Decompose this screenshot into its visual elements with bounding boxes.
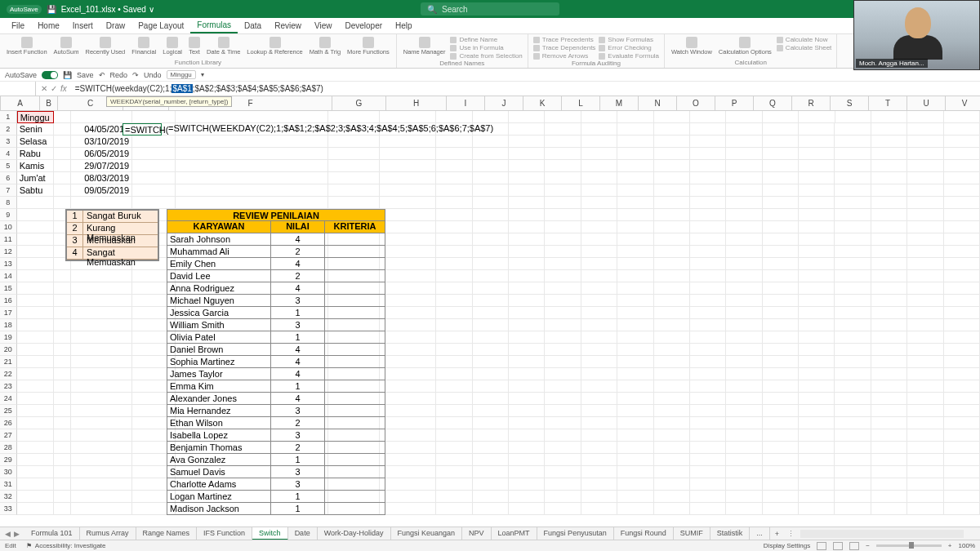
cell-H24[interactable] [380, 393, 437, 405]
cell-S6[interactable] [799, 172, 835, 184]
col-header-Q[interactable]: Q [754, 96, 792, 110]
cell-P28[interactable] [690, 442, 726, 454]
cell-C30[interactable] [71, 466, 132, 478]
cell-L5[interactable] [545, 160, 581, 172]
cell-Q24[interactable] [726, 393, 762, 405]
cell-R9[interactable] [763, 209, 799, 221]
zoom-slider[interactable] [876, 544, 942, 547]
cell-W6[interactable] [944, 172, 980, 184]
cell-I32[interactable] [436, 491, 472, 503]
table-row[interactable]: Madison Jackson1 [167, 503, 385, 515]
financial-button[interactable]: Financial [130, 36, 158, 56]
cell-M9[interactable] [581, 209, 617, 221]
cell-M24[interactable] [581, 393, 617, 405]
cell-H21[interactable] [380, 356, 437, 368]
sheet-tab-npv[interactable]: NPV [462, 527, 492, 540]
row-header-2[interactable]: 2 [0, 123, 17, 136]
cell-L13[interactable] [545, 258, 581, 270]
row-header-31[interactable]: 31 [0, 478, 17, 491]
cell-S12[interactable] [799, 246, 835, 258]
cell-B23[interactable] [54, 380, 71, 393]
cell-I29[interactable] [436, 454, 472, 466]
cell-J14[interactable] [473, 270, 509, 282]
cell-B8[interactable] [54, 197, 71, 209]
cell-L10[interactable] [545, 221, 581, 233]
cell-U20[interactable] [871, 344, 907, 356]
cell-C17[interactable] [71, 307, 132, 319]
cell-W1[interactable] [944, 111, 980, 123]
cell-J26[interactable] [473, 417, 509, 429]
cell-Q28[interactable] [726, 442, 762, 454]
cell-W13[interactable] [944, 258, 980, 270]
cell-M32[interactable] [581, 491, 617, 503]
cell-P2[interactable] [690, 123, 726, 136]
cell-Q1[interactable] [726, 111, 762, 123]
cell-C27[interactable] [71, 429, 132, 442]
cell-O13[interactable] [654, 258, 690, 270]
cell-P33[interactable] [690, 503, 726, 515]
cell-S26[interactable] [799, 417, 835, 429]
cell-T15[interactable] [835, 282, 871, 295]
cell-F7[interactable] [176, 184, 328, 197]
table-row[interactable]: Charlotte Adams3 [167, 478, 385, 491]
cell-R8[interactable] [763, 197, 799, 209]
cell-N19[interactable] [617, 331, 653, 344]
cell-A4[interactable]: Rabu [17, 148, 54, 160]
cell-P4[interactable] [690, 148, 726, 160]
cell-W30[interactable] [944, 466, 980, 478]
cell-N23[interactable] [617, 380, 653, 393]
table-row[interactable]: Daniel Brown4 [167, 344, 385, 356]
sheet-tab-switch[interactable]: Switch [252, 527, 288, 540]
cell-M23[interactable] [581, 380, 617, 393]
cell-Q27[interactable] [726, 429, 762, 442]
cell-I24[interactable] [436, 393, 472, 405]
cell-K21[interactable] [509, 356, 545, 368]
cell-W22[interactable] [944, 368, 980, 380]
cell-B30[interactable] [54, 466, 71, 478]
cell-H7[interactable] [380, 184, 437, 197]
cell-S24[interactable] [799, 393, 835, 405]
cell-S2[interactable] [799, 123, 835, 136]
cell-U32[interactable] [871, 491, 907, 503]
row-header-1[interactable]: 1 [0, 111, 17, 123]
cell-W25[interactable] [944, 405, 980, 417]
cell-K14[interactable] [509, 270, 545, 282]
cell-T26[interactable] [835, 417, 871, 429]
cell-J31[interactable] [473, 478, 509, 491]
cell-C1[interactable] [71, 111, 132, 123]
cell-B33[interactable] [54, 503, 71, 515]
cell-O32[interactable] [654, 491, 690, 503]
cell-V6[interactable] [907, 172, 943, 184]
autosave-pill[interactable]: AutoSave [7, 5, 42, 14]
cell-A3[interactable]: Selasa [17, 136, 54, 148]
menu-view[interactable]: View [308, 19, 339, 33]
row-header-21[interactable]: 21 [0, 356, 17, 368]
row-header-20[interactable]: 20 [0, 344, 17, 356]
cell-N16[interactable] [617, 295, 653, 307]
cell-I3[interactable] [436, 136, 472, 148]
cell-P6[interactable] [690, 172, 726, 184]
cell-W33[interactable] [944, 503, 980, 515]
cell-S9[interactable] [799, 209, 835, 221]
cell-K3[interactable] [509, 136, 545, 148]
table-row[interactable]: Emily Chen4 [167, 258, 385, 270]
cell-R33[interactable] [763, 503, 799, 515]
menu-data[interactable]: Data [238, 19, 268, 33]
cell-T19[interactable] [835, 331, 871, 344]
cell-H6[interactable] [380, 172, 437, 184]
cell-H28[interactable] [380, 442, 437, 454]
cell-H22[interactable] [380, 368, 437, 380]
cell-V30[interactable] [907, 466, 943, 478]
cell-G5[interactable] [328, 160, 379, 172]
cell-L8[interactable] [545, 197, 581, 209]
cell-R5[interactable] [763, 160, 799, 172]
cell-I11[interactable] [436, 233, 472, 246]
row-header-11[interactable]: 11 [0, 233, 17, 246]
cell-T11[interactable] [835, 233, 871, 246]
cell-R6[interactable] [763, 172, 799, 184]
cell-P8[interactable] [690, 197, 726, 209]
cell-H33[interactable] [380, 503, 437, 515]
cell-H29[interactable] [380, 454, 437, 466]
cell-G1[interactable] [328, 111, 379, 123]
cell-T6[interactable] [835, 172, 871, 184]
